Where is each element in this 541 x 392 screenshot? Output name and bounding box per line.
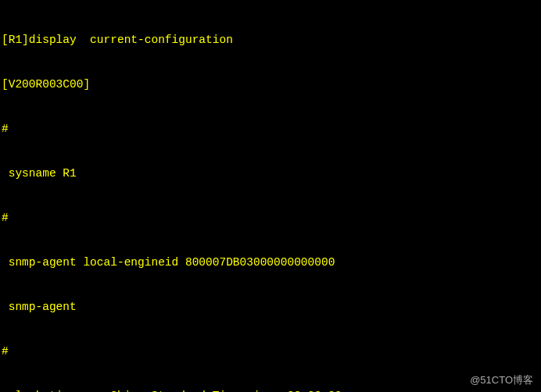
config-line: sysname R1: [2, 166, 539, 181]
config-line: [V200R003C00]: [2, 77, 539, 92]
config-line: [R1]display current-configuration: [2, 33, 539, 48]
config-line: snmp-agent: [2, 300, 539, 315]
config-line: #: [2, 122, 539, 137]
terminal-output: [R1]display current-configuration [V200R…: [0, 0, 541, 392]
config-line: #: [2, 211, 539, 226]
config-line: clock timezone China-Standard-Time minus…: [2, 389, 539, 392]
config-line: snmp-agent local-engineid 800007DB030000…: [2, 255, 539, 270]
watermark: @51CTO博客: [470, 372, 533, 387]
config-line: #: [2, 344, 539, 359]
